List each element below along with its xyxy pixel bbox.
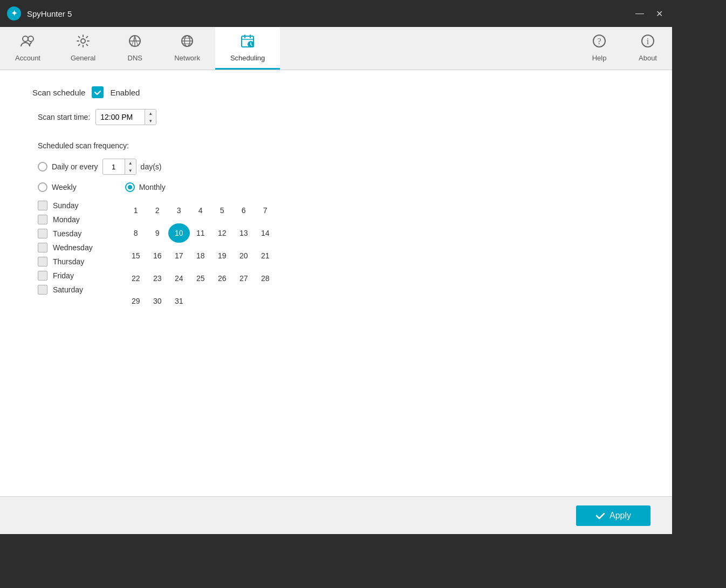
calendar-day-3[interactable]: 3 (168, 201, 190, 220)
time-input-wrapper: ▲ ▼ (95, 109, 156, 125)
calendar-day-4[interactable]: 4 (190, 201, 211, 220)
calendar-day-25[interactable]: 25 (190, 269, 211, 288)
scan-schedule-row: Scan schedule Enabled (32, 86, 640, 98)
calendar-day-27[interactable]: 27 (233, 269, 255, 288)
monday-checkbox-row[interactable]: Monday (38, 213, 93, 227)
calendar-day-2[interactable]: 2 (147, 201, 168, 220)
calendar-day-30[interactable]: 30 (147, 291, 168, 311)
calendar-day-7[interactable]: 7 (255, 201, 276, 220)
calendar-day-17[interactable]: 17 (168, 246, 190, 265)
footer: Apply (0, 496, 672, 534)
calendar-day-6[interactable]: 6 (233, 201, 255, 220)
enabled-checkbox[interactable] (92, 86, 104, 98)
calendar-day-23[interactable]: 23 (147, 269, 168, 288)
calendar-day-31[interactable]: 31 (168, 291, 190, 311)
time-spinner: ▲ ▼ (145, 110, 156, 125)
network-icon (180, 33, 195, 52)
calendar-day-26[interactable]: 26 (211, 269, 233, 288)
calendar-day-5[interactable]: 5 (211, 201, 233, 220)
calendar-day-20[interactable]: 20 (233, 246, 255, 265)
toolbar: Account General DNS (0, 27, 672, 70)
calendar-day-15[interactable]: 15 (125, 246, 147, 265)
calendar-day-13[interactable]: 13 (233, 223, 255, 243)
tab-dns[interactable]: DNS (111, 27, 159, 70)
thursday-checkbox[interactable] (38, 257, 47, 266)
thursday-checkbox-row[interactable]: Thursday (38, 255, 93, 269)
svg-text:i: i (647, 37, 649, 46)
tab-help[interactable]: ? Help (575, 27, 624, 70)
calendar-day-21[interactable]: 21 (255, 246, 276, 265)
calendar-day-8[interactable]: 8 (125, 223, 147, 243)
wednesday-checkbox[interactable] (38, 243, 47, 252)
calendar-day-12[interactable]: 12 (211, 223, 233, 243)
minimize-button[interactable]: — (633, 7, 646, 20)
svg-text:?: ? (597, 37, 601, 46)
tuesday-label: Tuesday (53, 229, 81, 238)
app-logo: ✦ (6, 6, 22, 21)
monday-checkbox[interactable] (38, 215, 47, 224)
tuesday-checkbox-row[interactable]: Tuesday (38, 227, 93, 241)
general-icon (76, 33, 91, 52)
scan-start-time-label: Scan start time: (38, 113, 90, 121)
saturday-checkbox[interactable] (38, 285, 47, 295)
friday-label: Friday (53, 271, 74, 280)
calendar-day-14[interactable]: 14 (255, 223, 276, 243)
title-bar: ✦ SpyHunter 5 — ✕ (0, 0, 672, 27)
account-icon (20, 33, 35, 52)
frequency-label: Scheduled scan frequency: (38, 141, 640, 150)
apply-checkmark-icon (595, 511, 605, 521)
monday-label: Monday (53, 215, 80, 224)
apply-button[interactable]: Apply (576, 505, 650, 526)
calendar-day-11[interactable]: 11 (190, 223, 211, 243)
saturday-checkbox-row[interactable]: Saturday (38, 283, 93, 297)
help-icon: ? (592, 33, 607, 52)
day-count-input[interactable] (103, 161, 125, 173)
wednesday-checkbox-row[interactable]: Wednesday (38, 241, 93, 255)
tab-scheduling-label: Scheduling (230, 54, 265, 62)
svg-text:✦: ✦ (11, 9, 18, 18)
wednesday-label: Wednesday (53, 243, 93, 252)
day-down-button[interactable]: ▼ (125, 167, 136, 174)
friday-checkbox[interactable] (38, 271, 47, 281)
monthly-radio-row[interactable]: Monthly (125, 182, 276, 192)
monthly-radio[interactable] (125, 182, 135, 192)
calendar-day-29[interactable]: 29 (125, 291, 147, 311)
weekly-radio[interactable] (38, 182, 47, 192)
day-spinner: ▲ ▼ (125, 159, 136, 174)
calendar-grid: 1234567891011121314151617181920212223242… (125, 201, 276, 311)
tab-network[interactable]: Network (159, 27, 215, 70)
friday-checkbox-row[interactable]: Friday (38, 269, 93, 283)
calendar-day-18[interactable]: 18 (190, 246, 211, 265)
tab-account[interactable]: Account (0, 27, 56, 70)
weekly-radio-row[interactable]: Weekly (38, 182, 93, 192)
time-down-button[interactable]: ▼ (145, 117, 156, 125)
sunday-checkbox-row[interactable]: Sunday (38, 199, 93, 213)
saturday-label: Saturday (53, 285, 83, 294)
calendar-day-16[interactable]: 16 (147, 246, 168, 265)
apply-label: Apply (609, 511, 631, 521)
calendar-day-9[interactable]: 9 (147, 223, 168, 243)
calendar-day-10[interactable]: 10 (168, 223, 190, 243)
day-up-button[interactable]: ▲ (125, 159, 136, 167)
close-button[interactable]: ✕ (653, 7, 666, 20)
sunday-checkbox[interactable] (38, 201, 47, 210)
time-up-button[interactable]: ▲ (145, 110, 156, 117)
tab-scheduling[interactable]: Scheduling (215, 27, 280, 70)
tab-general[interactable]: General (56, 27, 111, 70)
sunday-label: Sunday (53, 201, 78, 210)
calendar-day-1[interactable]: 1 (125, 201, 147, 220)
day-input-wrapper: ▲ ▼ (102, 159, 136, 175)
monthly-section: Monthly 12345678910111213141516171819202… (125, 182, 276, 311)
daily-radio[interactable] (38, 162, 47, 172)
scheduling-icon (240, 33, 255, 52)
scan-start-time-input[interactable] (96, 111, 145, 124)
tuesday-checkbox[interactable] (38, 229, 47, 238)
calendar-day-22[interactable]: 22 (125, 269, 147, 288)
monthly-label: Monthly (139, 183, 166, 192)
about-icon: i (640, 33, 655, 52)
calendar-day-19[interactable]: 19 (211, 246, 233, 265)
calendar-day-24[interactable]: 24 (168, 269, 190, 288)
tab-about[interactable]: i About (624, 27, 672, 70)
calendar-day-28[interactable]: 28 (255, 269, 276, 288)
main-content: Scan schedule Enabled Scan start time: ▲… (0, 70, 672, 496)
